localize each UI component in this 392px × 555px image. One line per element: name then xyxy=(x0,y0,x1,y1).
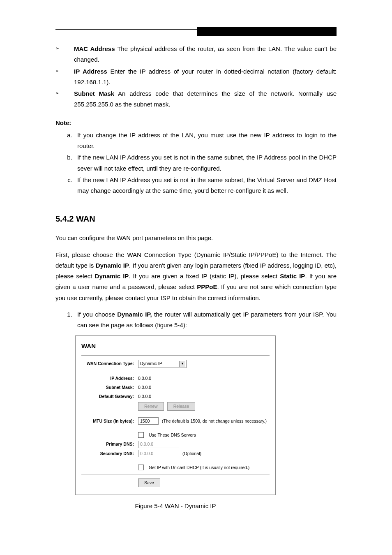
term: MAC Address xyxy=(74,45,115,52)
note-item: If you change the IP address of the LAN,… xyxy=(74,130,337,152)
numbered-list: If you choose Dynamic IP, the router wil… xyxy=(55,309,337,331)
note-heading: Note: xyxy=(55,118,337,128)
chevron-down-icon: ▼ xyxy=(179,361,185,367)
use-dns-label: Use These DNS Servers xyxy=(149,431,196,439)
wan-conn-type-label: WAN Connection Type: xyxy=(81,360,138,367)
paragraph: You can configure the WAN port parameter… xyxy=(55,233,337,243)
mtu-hint: (The default is 1500, do not change unle… xyxy=(162,417,267,425)
default-gateway-label: Default Gateway: xyxy=(81,393,138,400)
mtu-input[interactable]: 1500 xyxy=(138,417,159,425)
bullet-item-ip: ➢ IP Address - Enter the IP address of y… xyxy=(55,66,337,88)
secondary-dns-input[interactable]: 0.0.0.0 xyxy=(138,450,179,457)
mtu-label: MTU Size (in bytes): xyxy=(81,417,138,425)
wan-conn-type-select[interactable]: Dynamic IP ▼ xyxy=(138,360,187,368)
definition-list: ➢ MAC Address - The physical address of … xyxy=(55,44,337,110)
note-item: If the new LAN IP Address you set is not… xyxy=(74,175,337,197)
panel-title: WAN xyxy=(81,341,270,352)
primary-dns-input[interactable]: 0.0.0.0 xyxy=(138,441,179,448)
term: Subnet Mask xyxy=(74,90,114,97)
header-redaction-bar xyxy=(197,27,337,36)
notes-list: If you change the IP address of the LAN,… xyxy=(55,130,337,197)
wan-settings-panel: WAN WAN Connection Type: Dynamic IP ▼ IP… xyxy=(75,335,276,495)
unicast-dhcp-checkbox[interactable] xyxy=(138,465,144,470)
divider xyxy=(81,355,270,356)
term: IP Address xyxy=(74,68,107,75)
bullet-arrow-icon: ➢ xyxy=(55,44,59,52)
divider xyxy=(81,474,270,474)
use-dns-checkbox[interactable] xyxy=(138,432,144,438)
figure-caption: Figure 5-4 WAN - Dynamic IP xyxy=(75,501,276,511)
bullet-arrow-icon: ➢ xyxy=(55,89,59,97)
primary-dns-label: Primary DNS: xyxy=(81,440,138,448)
unicast-dhcp-label: Get IP with Unicast DHCP (It is usually … xyxy=(149,464,249,471)
release-button[interactable]: Release xyxy=(167,402,196,411)
note-item: If the new LAN IP Address you set is not… xyxy=(74,152,337,174)
paragraph: First, please choose the WAN Connection … xyxy=(55,250,337,303)
term-text: Enter the IP address of your router in d… xyxy=(74,68,337,86)
subnet-mask-label: Subnet Mask: xyxy=(81,384,138,391)
renew-button[interactable]: Renew xyxy=(138,402,164,411)
bullet-item-mac: ➢ MAC Address - The physical address of … xyxy=(55,44,337,65)
optional-hint: (Optional) xyxy=(182,450,201,457)
secondary-dns-label: Secondary DNS: xyxy=(81,450,138,457)
figure-wan-panel: WAN WAN Connection Type: Dynamic IP ▼ IP… xyxy=(75,335,337,495)
ip-address-value: 0.0.0.0 xyxy=(138,375,270,382)
section-title: 5.4.2 WAN xyxy=(55,212,337,226)
subnet-mask-value: 0.0.0.0 xyxy=(138,384,270,391)
default-gateway-value: 0.0.0.0 xyxy=(138,393,270,400)
bullet-arrow-icon: ➢ xyxy=(55,67,59,75)
ip-address-label: IP Address: xyxy=(81,375,138,382)
list-item: If you choose Dynamic IP, the router wil… xyxy=(74,309,337,331)
bullet-item-mask: ➢ Subnet Mask - An address code that det… xyxy=(55,88,337,110)
save-button[interactable]: Save xyxy=(138,479,160,487)
select-value: Dynamic IP xyxy=(140,360,162,367)
